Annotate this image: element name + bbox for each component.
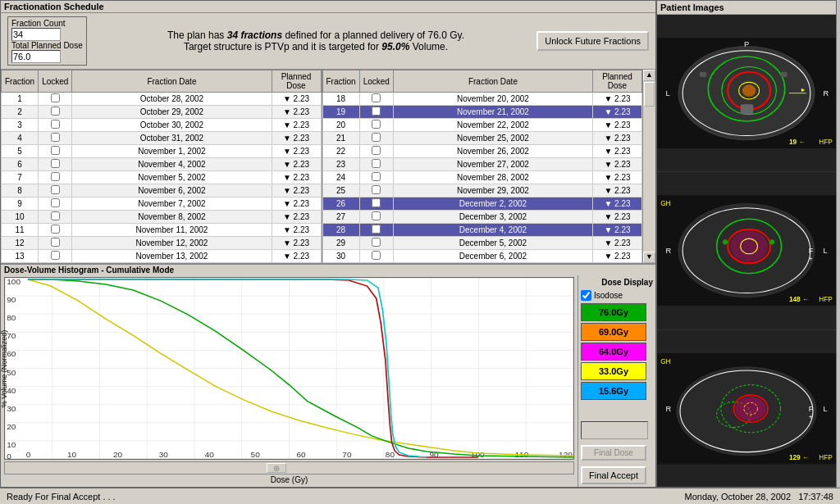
fraction-dose[interactable]: ▼ 2.23: [593, 158, 642, 171]
isodose-checkbox-row[interactable]: Isodose: [581, 290, 653, 301]
fraction-dose[interactable]: ▼ 2.23: [272, 250, 321, 263]
fraction-dose[interactable]: ▼ 2.23: [593, 250, 642, 263]
table-row: 1 October 28, 2002 ▼ 2.23: [2, 93, 322, 106]
svg-text:100: 100: [7, 278, 21, 286]
svg-text:60: 60: [296, 450, 305, 458]
fraction-dose[interactable]: ▼ 2.23: [272, 106, 321, 119]
fraction-locked[interactable]: [359, 132, 393, 145]
svg-text:30: 30: [159, 450, 168, 458]
fraction-locked[interactable]: [359, 237, 393, 250]
fraction-dose[interactable]: ▼ 2.23: [593, 224, 642, 237]
fraction-dose[interactable]: ▼ 2.23: [593, 106, 642, 119]
plan-fractions: 34 fractions: [227, 30, 282, 41]
fraction-locked[interactable]: [39, 145, 72, 158]
fraction-date: November 25, 2002: [393, 132, 592, 145]
table-row: 25 November 29, 2002 ▼ 2.23: [322, 184, 642, 198]
dvh-title: Dose-Volume Histogram - Cumulative Mode: [1, 265, 655, 275]
fraction-date: November 21, 2002: [393, 106, 592, 119]
fraction-dose[interactable]: ▼ 2.23: [272, 132, 321, 145]
fraction-count-input[interactable]: [11, 28, 61, 41]
svg-text:P: P: [744, 40, 749, 48]
final-accept-button[interactable]: Final Accept: [581, 466, 646, 484]
dose-box-76[interactable]: 76.0Gy: [581, 303, 646, 321]
fraction-locked[interactable]: [359, 211, 393, 224]
fraction-num: 6: [2, 158, 39, 171]
fraction-locked[interactable]: [359, 145, 393, 158]
total-planned-dose-input[interactable]: [11, 50, 61, 63]
fraction-num: 20: [322, 119, 359, 132]
scroll-up-arrow[interactable]: ▲: [643, 70, 655, 81]
fraction-locked[interactable]: [39, 250, 72, 263]
fraction-locked[interactable]: [39, 184, 72, 198]
table-row: 3 October 30, 2002 ▼ 2.23: [2, 119, 322, 132]
fraction-locked[interactable]: [39, 93, 72, 106]
dose-box-15[interactable]: 15.6Gy: [581, 382, 646, 400]
fraction-dose[interactable]: ▼ 2.23: [272, 198, 321, 211]
fraction-locked[interactable]: [39, 211, 72, 224]
fraction-locked[interactable]: [359, 106, 393, 119]
col-date-right: Fraction Date: [393, 70, 592, 93]
fraction-locked[interactable]: [39, 237, 72, 250]
fraction-dose[interactable]: ▼ 2.23: [593, 119, 642, 132]
fraction-dose[interactable]: ▼ 2.23: [272, 119, 321, 132]
fraction-locked[interactable]: [39, 119, 72, 132]
dose-box-64[interactable]: 64.0Gy: [581, 343, 646, 361]
fraction-locked[interactable]: [359, 198, 393, 211]
fraction-dose[interactable]: ▼ 2.23: [593, 211, 642, 224]
plan-desc-1: The plan has: [167, 30, 227, 41]
fraction-dose[interactable]: ▼ 2.23: [593, 132, 642, 145]
plan-desc-3: Target structure is PTVp and it is targe…: [184, 41, 381, 52]
fraction-dose[interactable]: ▼ 2.23: [593, 93, 642, 106]
svg-text:20: 20: [7, 422, 16, 430]
fraction-locked[interactable]: [39, 171, 72, 184]
fraction-locked[interactable]: [39, 132, 72, 145]
fraction-locked[interactable]: [359, 171, 393, 184]
fraction-dose[interactable]: ▼ 2.23: [272, 224, 321, 237]
fraction-locked[interactable]: [39, 158, 72, 171]
svg-text:HFP: HFP: [819, 453, 833, 461]
final-dose-button[interactable]: Final Dose: [581, 445, 646, 461]
scroll-down-arrow[interactable]: ▼: [643, 252, 655, 263]
fraction-locked[interactable]: [39, 106, 72, 119]
isodose-checkbox[interactable]: [581, 290, 591, 301]
fraction-locked[interactable]: [359, 224, 393, 237]
fraction-dose[interactable]: ▼ 2.23: [272, 211, 321, 224]
fraction-dose[interactable]: ▼ 2.23: [272, 93, 321, 106]
svg-text:70: 70: [342, 450, 351, 458]
fraction-locked[interactable]: [359, 184, 393, 198]
svg-text:148 ←: 148 ←: [789, 295, 809, 303]
col-fraction-right: Fraction: [322, 70, 359, 93]
fraction-dose[interactable]: ▼ 2.23: [593, 237, 642, 250]
fraction-date: October 31, 2002: [72, 132, 272, 145]
unlock-future-fractions-button[interactable]: Unlock Future Fractions: [536, 31, 649, 51]
svg-text:10: 10: [67, 450, 76, 458]
svg-text:80: 80: [7, 314, 16, 322]
dose-box-69[interactable]: 69.0Gy: [581, 323, 646, 341]
dose-box-33[interactable]: 33.0Gy: [581, 362, 646, 380]
fraction-dose[interactable]: ▼ 2.23: [272, 171, 321, 184]
horizontal-scrollbar[interactable]: ⊕: [4, 461, 574, 474]
fraction-dose[interactable]: ▼ 2.23: [272, 158, 321, 171]
status-left: Ready For Final Accept . . .: [7, 492, 116, 502]
fraction-locked[interactable]: [39, 224, 72, 237]
fraction-num: 27: [322, 211, 359, 224]
fraction-locked[interactable]: [359, 93, 393, 106]
scroll-thumb[interactable]: [644, 82, 655, 107]
table-row: 7 November 5, 2002 ▼ 2.23: [2, 171, 322, 184]
fraction-dose[interactable]: ▼ 2.23: [272, 184, 321, 198]
fraction-dose[interactable]: ▼ 2.23: [593, 145, 642, 158]
fraction-locked[interactable]: [39, 198, 72, 211]
svg-text:F: F: [809, 247, 814, 255]
table-row: 28 December 4, 2002 ▼ 2.23: [322, 224, 642, 237]
fraction-dose[interactable]: ▼ 2.23: [272, 237, 321, 250]
y-axis-label: % Volume (Normalized): [0, 329, 8, 407]
fraction-date: November 1, 2002: [72, 145, 272, 158]
fraction-dose[interactable]: ▼ 2.23: [593, 184, 642, 198]
fraction-locked[interactable]: [359, 158, 393, 171]
fraction-dose[interactable]: ▼ 2.23: [593, 198, 642, 211]
fraction-dose[interactable]: ▼ 2.23: [272, 145, 321, 158]
fraction-locked[interactable]: [359, 250, 393, 263]
fraction-locked[interactable]: [359, 119, 393, 132]
fraction-num: 24: [322, 171, 359, 184]
fraction-dose[interactable]: ▼ 2.23: [593, 171, 642, 184]
